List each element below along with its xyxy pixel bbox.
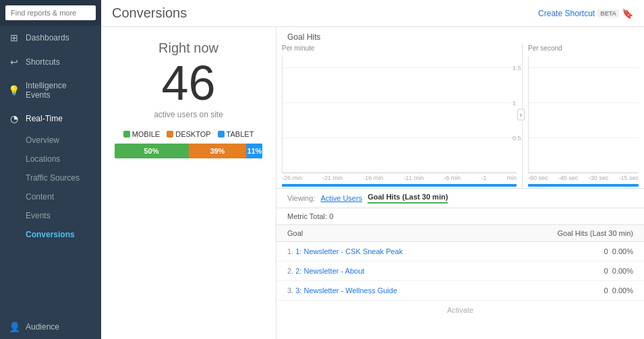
sidebar-sub-traffic-sources[interactable]: Traffic Sources bbox=[0, 168, 101, 187]
page-title: Conversions bbox=[112, 5, 187, 21]
search-input[interactable] bbox=[5, 5, 96, 20]
x-label: -1 bbox=[481, 175, 486, 181]
per-minute-label: Per minute bbox=[282, 43, 517, 53]
dashboards-icon: ⊞ bbox=[8, 32, 20, 43]
beta-badge: BETA bbox=[597, 9, 619, 18]
create-shortcut-button[interactable]: Create Shortcut BETA 🔖 bbox=[538, 8, 633, 19]
shortcuts-icon: ↩ bbox=[8, 57, 20, 67]
charts-row: Per minute 1.5 1.0 0.5 › -26 min -21 min… bbox=[276, 43, 644, 188]
x-label: -16 min bbox=[363, 175, 383, 181]
active-users-link[interactable]: Active Users bbox=[320, 194, 362, 202]
device-bar: 50% 39% 11% bbox=[115, 144, 263, 158]
x-label: min bbox=[506, 175, 517, 181]
sidebar-item-label: Shortcuts bbox=[26, 57, 60, 67]
col-goal-header: Goal bbox=[276, 225, 492, 242]
table-cell-goal: 2. 2: Newsletter - About bbox=[276, 261, 492, 281]
table-cell-hits: 0 0.00% bbox=[492, 242, 644, 261]
table-cell-goal: 3. 3: Newsletter - Wellness Guide bbox=[276, 281, 492, 301]
per-second-label: Per second bbox=[528, 43, 639, 53]
metrics-area: Metric Total: 0 Goal Goal Hits (Last 30 … bbox=[276, 208, 644, 339]
right-panel: Goal Hits Per minute 1.5 1.0 0.5 › -26 m… bbox=[276, 27, 644, 339]
x-label: -6 min bbox=[444, 175, 461, 181]
goal-hits-label: Goal Hits (Last 30 min) bbox=[368, 193, 448, 204]
chart-x-labels-right: -60 sec -45 sec -30 sec -15 sec bbox=[528, 173, 639, 183]
hits-percent: 0.00% bbox=[612, 286, 633, 295]
bookmark-icon: 🔖 bbox=[622, 8, 633, 19]
sidebar-sub-events[interactable]: Events bbox=[0, 206, 101, 225]
row-number: 1. bbox=[287, 247, 293, 255]
create-shortcut-label: Create Shortcut bbox=[538, 9, 595, 18]
sidebar-sub-overview[interactable]: Overview bbox=[0, 131, 101, 150]
table-row: 1. 1: Newsletter - CSK Sneak Peak 0 0.00… bbox=[276, 242, 644, 261]
row-number: 3. bbox=[287, 286, 293, 295]
metric-total: Metric Total: 0 bbox=[276, 208, 644, 225]
chart-area: Goal Hits Per minute 1.5 1.0 0.5 › -26 m… bbox=[276, 27, 644, 189]
per-minute-chart: Per minute 1.5 1.0 0.5 › -26 min -21 min… bbox=[276, 43, 523, 188]
x-label: -21 min bbox=[322, 175, 343, 181]
activate-hint: Activate bbox=[276, 301, 644, 319]
table-cell-hits: 0 0.00% bbox=[492, 281, 644, 301]
mobile-dot bbox=[123, 131, 130, 137]
chart-timeline-bar bbox=[282, 184, 517, 187]
sidebar-item-dashboards[interactable]: ⊞ Dashboards bbox=[0, 26, 101, 50]
sidebar: ⊞ Dashboards ↩ Shortcuts 💡 Intelligence … bbox=[0, 0, 101, 339]
hits-value: 0 bbox=[604, 247, 608, 255]
intelligence-icon: 💡 bbox=[8, 85, 20, 96]
tablet-label: TABLET bbox=[227, 130, 254, 138]
table-row: 2. 2: Newsletter - About 0 0.00% bbox=[276, 261, 644, 281]
table-cell-hits: 0 0.00% bbox=[492, 261, 644, 281]
chart-x-labels-left: -26 min -21 min -16 min -11 min -6 min -… bbox=[282, 173, 517, 183]
x-label: -60 sec bbox=[528, 175, 548, 181]
viewing-label: Viewing: bbox=[287, 194, 315, 202]
chart-title: Goal Hits bbox=[276, 32, 644, 42]
active-label: active users on site bbox=[154, 110, 223, 119]
x-label: -11 min bbox=[403, 175, 423, 181]
sidebar-item-intelligence-events[interactable]: 💡 Intelligence Events bbox=[0, 74, 101, 106]
col-hits-header: Goal Hits (Last 30 min) bbox=[492, 225, 644, 242]
active-count: 46 bbox=[161, 59, 215, 107]
sidebar-item-real-time[interactable]: ◔ Real-Time bbox=[0, 106, 101, 131]
chart-grid-right: 1.5 1 0.5 bbox=[528, 56, 639, 173]
data-table: Goal Goal Hits (Last 30 min) 1. 1: Newsl… bbox=[276, 225, 644, 301]
sidebar-sub-conversions[interactable]: Conversions bbox=[0, 225, 101, 244]
hits-value: 0 bbox=[604, 267, 608, 275]
legend-desktop: DESKTOP bbox=[167, 130, 210, 138]
x-label: -45 sec bbox=[558, 175, 579, 181]
hits-percent: 0.00% bbox=[612, 247, 633, 255]
legend-mobile: MOBILE bbox=[123, 130, 160, 138]
sidebar-item-shortcuts[interactable]: ↩ Shortcuts bbox=[0, 50, 101, 74]
sidebar-search-area bbox=[0, 0, 101, 26]
sidebar-item-label: Dashboards bbox=[26, 33, 69, 42]
goal-link[interactable]: 3: Newsletter - Wellness Guide bbox=[295, 286, 397, 295]
x-label: -26 min bbox=[282, 175, 302, 181]
realtime-icon: ◔ bbox=[8, 113, 20, 124]
x-label: -15 sec bbox=[618, 175, 639, 181]
sidebar-item-label: Intelligence Events bbox=[26, 81, 93, 100]
main-header: Conversions Create Shortcut BETA 🔖 bbox=[101, 0, 644, 27]
hits-percent: 0.00% bbox=[612, 267, 633, 275]
right-now-label: Right now bbox=[158, 40, 218, 56]
metric-total-value: 0 bbox=[329, 212, 333, 220]
desktop-bar: 39% bbox=[189, 144, 247, 158]
sidebar-sub-content[interactable]: Content bbox=[0, 187, 101, 206]
desktop-label: DESKTOP bbox=[175, 130, 210, 138]
mobile-label: MOBILE bbox=[132, 130, 160, 138]
sidebar-item-label: Real-Time bbox=[26, 114, 63, 123]
table-row: 3. 3: Newsletter - Wellness Guide 0 0.00… bbox=[276, 281, 644, 301]
chart-arrow-button[interactable]: › bbox=[517, 109, 525, 120]
left-panel: Right now 46 active users on site MOBILE… bbox=[101, 27, 276, 339]
goal-link[interactable]: 2: Newsletter - About bbox=[295, 267, 364, 275]
viewing-bar: Viewing: Active Users Goal Hits (Last 30… bbox=[276, 189, 644, 208]
table-header-row: Goal Goal Hits (Last 30 min) bbox=[276, 225, 644, 242]
main-content: Conversions Create Shortcut BETA 🔖 Right… bbox=[101, 0, 644, 339]
mobile-bar: 50% bbox=[115, 144, 189, 158]
legend-tablet: TABLET bbox=[218, 130, 254, 138]
audience-icon: 👤 bbox=[8, 321, 20, 332]
sidebar-item-audience[interactable]: 👤 Audience bbox=[0, 315, 101, 339]
sidebar-item-label: Audience bbox=[26, 322, 59, 332]
chart-grid-left: 1.5 1.0 0.5 › bbox=[282, 56, 517, 173]
content-area: Right now 46 active users on site MOBILE… bbox=[101, 27, 644, 339]
sidebar-sub-locations[interactable]: Locations bbox=[0, 150, 101, 168]
goal-link[interactable]: 1: Newsletter - CSK Sneak Peak bbox=[295, 247, 403, 255]
chart-timeline-bar-right bbox=[528, 184, 639, 187]
